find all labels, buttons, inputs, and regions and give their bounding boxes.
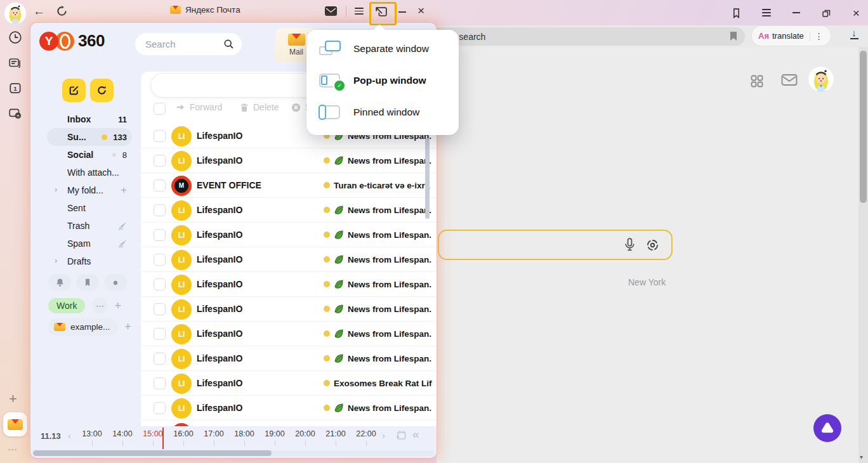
row-checkbox[interactable] — [154, 303, 166, 315]
bookmarks-filter-button[interactable] — [76, 274, 99, 291]
time-label: 19:00 — [260, 429, 290, 438]
mail-row-partial[interactable] — [141, 421, 437, 426]
titlebar-mail-icon[interactable] — [324, 6, 338, 16]
mail-row[interactable]: LI LifespanIO News from Lifespan. — [141, 272, 437, 297]
dot-filter-button[interactable] — [104, 274, 127, 291]
popup-close-button[interactable]: × — [418, 4, 424, 16]
search-suggestion[interactable]: New York — [628, 277, 666, 287]
screenshot-icon[interactable] — [8, 107, 22, 121]
services-grid-icon[interactable] — [751, 75, 763, 88]
row-checkbox[interactable] — [154, 278, 166, 290]
menu-item-separate-window[interactable]: Separate window — [306, 33, 459, 65]
mic-icon[interactable] — [623, 237, 636, 252]
scrollbar-thumb[interactable] — [860, 51, 867, 203]
reminders-filter-button[interactable] — [48, 274, 71, 291]
chevron-right-icon[interactable]: › — [55, 185, 57, 194]
compose-button[interactable] — [62, 79, 86, 102]
row-checkbox[interactable] — [154, 204, 166, 216]
menu-item-pinned-window[interactable]: Pinned window — [306, 96, 459, 128]
row-checkbox[interactable] — [154, 155, 166, 167]
search-icon[interactable] — [223, 39, 234, 49]
mail-envelope-icon[interactable] — [781, 74, 798, 86]
sidebar-item-with-attachments[interactable]: With attach... — [47, 164, 132, 181]
browser-close-button[interactable]: × — [850, 6, 863, 20]
image-search-icon[interactable] — [645, 238, 660, 252]
scrollbar-down-icon[interactable]: ▾ — [860, 453, 863, 460]
forward-button[interactable]: Forward — [176, 102, 222, 112]
back-icon[interactable]: ← — [33, 4, 45, 18]
broom-icon[interactable] — [117, 221, 127, 231]
collapse-timeline-icon[interactable]: « — [412, 427, 419, 441]
add-folder-icon[interactable]: + — [121, 184, 127, 197]
add-event-icon[interactable] — [396, 430, 407, 441]
add-panel-icon[interactable]: + — [9, 392, 17, 406]
mail-row[interactable]: LI LifespanIO News from Lifespan. — [141, 322, 437, 346]
timeline-next-icon[interactable]: › — [382, 430, 385, 441]
tag-work[interactable]: Work — [48, 298, 85, 313]
tabs-count-icon[interactable]: 1 — [8, 81, 22, 95]
row-checkbox[interactable] — [154, 328, 166, 340]
mail-row[interactable]: LI LifespanIO News from Lifespan. — [141, 346, 437, 371]
translate-button[interactable]: Aя translate ⋮ — [752, 26, 831, 46]
chevron-right-icon[interactable]: › — [55, 256, 57, 265]
bookmarks-icon[interactable] — [730, 6, 743, 20]
browser-minimize-button[interactable] — [789, 6, 803, 20]
mail-row[interactable]: LI LifespanIO News from Lifespan. — [141, 148, 437, 173]
sidebar-item-subscriptions[interactable]: Su... 133 — [47, 128, 132, 146]
sidebar-item-drafts[interactable]: › Drafts — [47, 252, 132, 270]
list-scrollbar-thumb[interactable] — [425, 138, 430, 219]
sidebar-item-my-folders[interactable]: › My fold... + — [47, 181, 132, 199]
mail-row[interactable]: LI LifespanIO News from Lifespan. — [141, 297, 437, 322]
mail-subject: News from Lifespan. — [348, 230, 431, 240]
add-account-icon[interactable]: + — [124, 320, 131, 334]
row-checkbox[interactable] — [154, 179, 166, 192]
mail-row[interactable]: LI LifespanIO Exosomes Break Rat Lif — [141, 371, 437, 396]
mail-row[interactable]: M EVENT OFFICE Turan e-ticarət və e-ixra — [141, 173, 437, 198]
downloads-button[interactable]: ↓ — [848, 29, 860, 42]
account-pill[interactable]: example... — [48, 318, 118, 336]
menu-item-popup-window[interactable]: ✓ Pop-up window — [306, 65, 459, 96]
select-all-checkbox[interactable] — [154, 103, 166, 115]
bookmark-flag-icon[interactable] — [730, 32, 737, 41]
popup-menu-icon[interactable] — [355, 8, 364, 15]
feed-icon[interactable] — [8, 56, 22, 70]
refresh-mail-button[interactable] — [90, 79, 114, 102]
horizontal-scrollbar[interactable] — [33, 450, 434, 456]
mail-row[interactable]: LI LifespanIO News from Lifespan. — [141, 223, 437, 247]
row-checkbox[interactable] — [154, 254, 166, 266]
browser-scrollbar[interactable]: ▾ — [858, 47, 868, 463]
sidebar-item-inbox[interactable]: Inbox 11 — [47, 110, 132, 128]
mail-row[interactable]: LI LifespanIO News from Lifespan. — [141, 198, 437, 223]
horizontal-scrollbar-thumb[interactable] — [33, 450, 272, 456]
popup-minimize-button[interactable] — [398, 11, 406, 13]
browser-menu-icon[interactable] — [760, 6, 773, 20]
row-checkbox[interactable] — [154, 402, 166, 414]
tag-more-icon[interactable]: ⋯ — [91, 297, 108, 314]
mail-app-icon[interactable] — [3, 412, 27, 436]
mail-row[interactable]: LI LifespanIO News from Lifespan. — [141, 247, 437, 272]
timeline-prev-icon[interactable]: ‹ — [68, 430, 71, 441]
history-icon[interactable] — [8, 30, 22, 44]
profile-avatar[interactable] — [4, 3, 26, 24]
sidebar-item-social[interactable]: Social 8 — [47, 146, 132, 164]
alisa-assistant-button[interactable] — [813, 414, 841, 442]
row-checkbox[interactable] — [154, 229, 166, 241]
row-checkbox[interactable] — [154, 377, 166, 389]
row-checkbox[interactable] — [154, 130, 166, 142]
user-avatar[interactable] — [808, 67, 834, 92]
sidebar-item-sent[interactable]: Sent — [47, 199, 132, 217]
mail-row[interactable]: LI LifespanIO News from Lifespan. — [141, 396, 437, 421]
add-tag-icon[interactable]: + — [114, 299, 121, 313]
browser-restore-button[interactable] — [820, 6, 833, 20]
mail-search-input[interactable]: Search — [135, 33, 242, 55]
translate-more-icon[interactable]: ⋮ — [815, 31, 824, 41]
yandex-search-box[interactable] — [438, 230, 673, 260]
broom-icon[interactable] — [117, 239, 127, 249]
sidebar-item-spam[interactable]: Spam — [47, 235, 132, 252]
refresh-icon[interactable] — [56, 5, 68, 17]
address-bar[interactable]: net search — [430, 27, 745, 46]
sidebar-item-trash[interactable]: Trash — [47, 217, 132, 235]
row-checkbox[interactable] — [154, 353, 166, 365]
delete-button[interactable]: Delete — [240, 102, 279, 112]
strip-more-icon[interactable]: ⋯ — [8, 444, 18, 455]
